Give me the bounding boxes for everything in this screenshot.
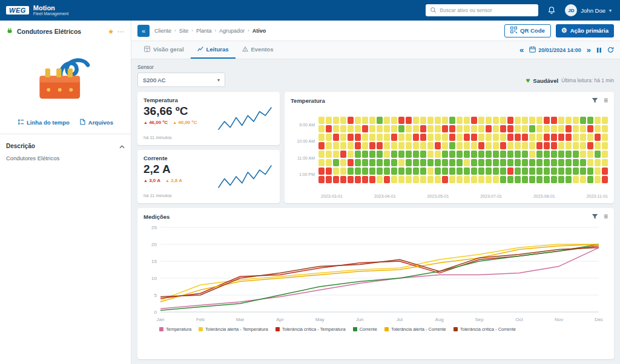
temperature-value: 36,66 ºC bbox=[143, 105, 197, 118]
heatmap-x-label: 2023-03-01 bbox=[321, 194, 343, 198]
heatmap-cell bbox=[326, 134, 332, 141]
heatmap-cell bbox=[413, 117, 419, 124]
svg-text:Apr: Apr bbox=[276, 317, 284, 322]
asset-illustration bbox=[0, 41, 131, 114]
primary-action-button[interactable]: ⚙ Ação primária bbox=[556, 24, 614, 37]
health-status: ♥ Saudável Última leitura: há 1 min bbox=[526, 77, 614, 84]
heatmap-cell bbox=[420, 151, 426, 158]
heatmap-cell bbox=[457, 167, 463, 175]
heatmap-cell bbox=[435, 176, 441, 183]
weg-logo[interactable]: WEG bbox=[6, 6, 29, 15]
refresh-icon[interactable] bbox=[607, 47, 614, 53]
breadcrumb-item[interactable]: Cliente bbox=[154, 28, 171, 34]
breadcrumb-item[interactable]: Planta bbox=[196, 28, 212, 34]
heatmap-cell bbox=[486, 125, 492, 132]
notifications-bell-icon[interactable] bbox=[544, 3, 559, 18]
current-card[interactable]: Corrente 2,2 A ▲ 3,0 A ▲ 2,8 A há 11 min… bbox=[137, 150, 280, 203]
heatmap-card-header: Temperatura ≡ bbox=[291, 97, 608, 104]
qr-code-icon bbox=[510, 27, 517, 34]
tab-overview[interactable]: Visão geral bbox=[137, 41, 191, 59]
sensor-select[interactable]: S200 AC ▾ bbox=[137, 73, 225, 87]
measurements-chart[interactable]: 0510152025JanFebMarAprMayJunJulAugSepOct… bbox=[143, 223, 607, 324]
user-menu[interactable]: JD John Doe ▾ bbox=[565, 4, 614, 16]
tab-readings[interactable]: Leituras bbox=[191, 41, 236, 59]
heatmap-cell bbox=[464, 134, 470, 141]
heatmap-cell bbox=[471, 151, 477, 158]
heatmap-cell bbox=[551, 117, 557, 124]
more-options-icon[interactable]: ⋯ bbox=[117, 28, 125, 36]
heatmap-cell bbox=[406, 142, 412, 149]
pause-icon[interactable] bbox=[596, 47, 602, 53]
temperature-card[interactable]: Temperatura 36,66 ºC ▲ 46,00 ºC ▲ 40,00 … bbox=[137, 92, 280, 145]
alert-triangle-icon: ▲ bbox=[173, 120, 177, 125]
heatmap-cell bbox=[384, 134, 390, 141]
date-picker[interactable]: 20/01/2024 14:00 bbox=[529, 46, 581, 54]
heatmap-cell bbox=[507, 125, 513, 132]
heatmap-cell bbox=[544, 117, 550, 124]
heatmap-cell bbox=[515, 134, 521, 141]
heatmap-cell bbox=[507, 151, 513, 158]
svg-text:Sep: Sep bbox=[475, 317, 484, 322]
menu-icon[interactable]: ≡ bbox=[604, 97, 608, 104]
filter-icon[interactable] bbox=[592, 213, 598, 219]
heatmap-cell bbox=[522, 125, 528, 132]
breadcrumb-item[interactable]: Agrupador bbox=[219, 28, 245, 34]
heatmap-cell bbox=[398, 117, 404, 124]
measurements-card: Medições ≡ 0510152025JanFebMarAprMayJunJ… bbox=[137, 208, 614, 359]
heatmap-cell bbox=[406, 117, 412, 124]
breadcrumb-item[interactable]: Site bbox=[179, 28, 189, 34]
description-section-header[interactable]: Descrição bbox=[0, 134, 131, 155]
heatmap-cell bbox=[333, 142, 339, 149]
svg-text:25: 25 bbox=[151, 225, 157, 230]
heatmap-cell bbox=[326, 151, 332, 158]
filter-icon[interactable] bbox=[592, 97, 598, 103]
legend-item[interactable]: Temperatura bbox=[159, 327, 191, 332]
breadcrumb-item-current[interactable]: Ativo bbox=[252, 28, 266, 34]
critical-threshold-value: 46,00 ºC bbox=[149, 120, 168, 125]
heatmap-cell bbox=[471, 159, 477, 166]
step-forward-icon[interactable]: » bbox=[587, 46, 591, 54]
global-search[interactable] bbox=[426, 4, 538, 16]
heatmap-cell bbox=[587, 142, 593, 149]
heatmap-cell bbox=[464, 125, 470, 132]
heatmap-cell bbox=[420, 117, 426, 124]
heatmap-grid[interactable] bbox=[318, 117, 608, 183]
heatmap-cell bbox=[500, 176, 506, 183]
qr-code-button[interactable]: QR Code bbox=[504, 24, 551, 37]
readings-chart-icon bbox=[197, 46, 203, 53]
legend-item[interactable]: Tolerância alerta - Temperatura bbox=[199, 327, 268, 332]
heatmap-cell bbox=[326, 125, 332, 132]
heatmap-cell bbox=[493, 142, 499, 149]
heatmap-row bbox=[318, 117, 608, 124]
files-button[interactable]: Arquivos bbox=[79, 119, 113, 126]
heatmap-cell bbox=[471, 117, 477, 124]
legend-swatch bbox=[199, 327, 203, 331]
menu-icon[interactable]: ≡ bbox=[604, 213, 608, 220]
temperature-heatmap-card: Temperatura ≡ 9:00 AM10:00 AM11:00 AM1:0… bbox=[285, 92, 614, 203]
heatmap-cell bbox=[515, 159, 521, 166]
favorite-star-icon[interactable]: ★ bbox=[108, 28, 114, 36]
heatmap-cell bbox=[362, 117, 368, 124]
search-input[interactable] bbox=[440, 7, 534, 13]
heatmap-cell bbox=[595, 159, 601, 166]
legend-swatch bbox=[159, 327, 163, 331]
tab-events[interactable]: Eventos bbox=[236, 41, 280, 59]
heatmap-cell bbox=[442, 151, 448, 158]
legend-item[interactable]: Tolerância crítica - Corrente bbox=[453, 327, 516, 332]
heatmap-cell bbox=[413, 151, 419, 158]
sidebar-collapse-button[interactable]: « bbox=[137, 25, 150, 37]
heatmap-cell bbox=[377, 142, 383, 149]
heatmap-cell bbox=[544, 134, 550, 141]
heatmap-cell bbox=[478, 125, 484, 132]
legend-item[interactable]: Tolerância crítica - Temperatura bbox=[275, 327, 346, 332]
heatmap-row bbox=[318, 125, 608, 132]
legend-item[interactable]: Corrente bbox=[353, 327, 377, 332]
heatmap-cell bbox=[587, 176, 593, 183]
heatmap-cell bbox=[318, 176, 325, 183]
timeline-button[interactable]: Linha do tempo bbox=[18, 119, 70, 126]
legend-item[interactable]: Tolerância alerta - Corrente bbox=[384, 327, 446, 332]
heatmap-cell bbox=[420, 134, 426, 141]
step-back-icon[interactable]: « bbox=[519, 46, 524, 54]
heatmap-cell bbox=[340, 125, 346, 132]
events-warning-icon bbox=[242, 46, 248, 53]
